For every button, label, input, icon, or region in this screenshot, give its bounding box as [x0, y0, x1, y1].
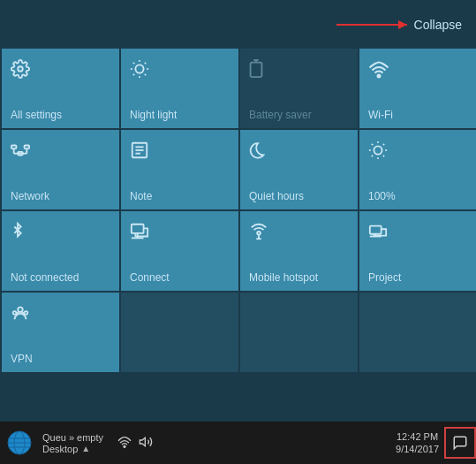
- battery-saver-label: Battery saver: [249, 109, 312, 121]
- network-icon: [11, 141, 30, 165]
- time-display: 12:42 PM: [397, 430, 438, 443]
- svg-line-29: [383, 156, 384, 156]
- svg-rect-40: [370, 226, 382, 234]
- notification-button[interactable]: [444, 427, 476, 459]
- taskbar-left: Queu » empty Desktop ▲: [0, 427, 390, 459]
- chevron-up-icon: ▲: [81, 444, 90, 453]
- wifi-tray-icon[interactable]: [117, 436, 132, 451]
- overflow-label: »: [69, 432, 74, 443]
- tile-brightness[interactable]: 100%: [359, 130, 476, 209]
- svg-line-32: [372, 156, 373, 156]
- network-label: Network: [11, 190, 49, 202]
- hotspot-icon: [249, 222, 268, 247]
- svg-point-25: [374, 146, 382, 154]
- night-light-label: Night light: [130, 109, 177, 121]
- taskbar: Queu » empty Desktop ▲: [0, 422, 476, 464]
- moon-icon: [249, 141, 267, 165]
- collapse-arrow-line: [336, 24, 407, 26]
- sun-icon: [130, 59, 149, 84]
- volume-tray-icon[interactable]: [139, 435, 153, 452]
- empty-label: empty: [77, 432, 103, 443]
- tile-all-settings[interactable]: All settings: [2, 49, 119, 128]
- tile-project[interactable]: Project: [359, 211, 476, 291]
- tile-quiet-hours[interactable]: Quiet hours: [240, 130, 358, 209]
- tile-empty-4: [359, 293, 476, 372]
- all-settings-label: All settings: [11, 109, 62, 121]
- svg-point-44: [13, 311, 17, 315]
- brightness-icon: [368, 141, 388, 165]
- system-tray: [110, 435, 160, 452]
- taskbar-desktop-row[interactable]: Desktop ▲: [42, 444, 103, 454]
- collapse-label: Collapse: [414, 18, 462, 32]
- wifi-icon: [368, 59, 389, 84]
- svg-point-0: [18, 66, 23, 72]
- bluetooth-label: Not connected: [11, 271, 79, 284]
- collapse-button[interactable]: Collapse: [336, 18, 462, 32]
- tile-bluetooth[interactable]: Not connected: [2, 211, 119, 291]
- vpn-label: VPN: [11, 353, 33, 365]
- svg-line-33: [383, 144, 384, 145]
- tile-mobile-hotspot[interactable]: Mobile hotspot: [240, 211, 358, 291]
- taskbar-clock[interactable]: 12:42 PM 9/14/2017: [390, 430, 444, 456]
- wifi-label: Wi-Fi: [368, 109, 393, 121]
- battery-icon: [249, 59, 263, 84]
- vpn-icon: [11, 303, 30, 328]
- svg-point-43: [18, 308, 23, 313]
- collapse-bar: Collapse: [0, 0, 476, 49]
- gear-icon: [11, 59, 30, 84]
- tile-connect[interactable]: Connect: [121, 211, 238, 291]
- tile-vpn[interactable]: VPN: [2, 293, 119, 372]
- tile-wifi[interactable]: Wi-Fi: [359, 49, 476, 128]
- connect-label: Connect: [130, 271, 170, 284]
- svg-rect-14: [11, 146, 16, 149]
- date-display: 9/14/2017: [396, 443, 439, 455]
- mobile-hotspot-label: Mobile hotspot: [249, 271, 318, 284]
- queue-label: Queu: [42, 432, 66, 443]
- tile-network[interactable]: Network: [2, 130, 119, 209]
- note-label: Note: [130, 190, 152, 202]
- svg-rect-15: [25, 146, 30, 149]
- project-icon: [368, 222, 388, 247]
- note-icon: [130, 141, 149, 165]
- svg-rect-34: [132, 224, 144, 233]
- svg-line-4: [133, 63, 134, 64]
- svg-point-13: [378, 75, 381, 78]
- svg-rect-10: [251, 63, 262, 78]
- svg-point-53: [124, 445, 125, 447]
- tile-battery-saver[interactable]: Battery saver: [240, 49, 358, 128]
- tile-note[interactable]: Note: [121, 130, 238, 209]
- svg-point-37: [257, 232, 261, 235]
- svg-line-5: [145, 74, 146, 75]
- taskbar-queue-row: Queu » empty: [42, 432, 103, 443]
- quick-actions-grid: All settings Night light: [0, 49, 476, 372]
- project-label: Project: [368, 271, 401, 284]
- svg-point-46: [25, 311, 28, 315]
- taskbar-text-group: Queu » empty Desktop ▲: [39, 432, 107, 454]
- svg-marker-54: [140, 437, 145, 445]
- svg-line-28: [372, 144, 373, 145]
- svg-point-1: [135, 65, 143, 72]
- bluetooth-icon: [11, 222, 25, 247]
- tile-empty-3: [240, 293, 358, 372]
- svg-line-9: [145, 63, 146, 64]
- desktop-label: Desktop: [42, 444, 78, 454]
- svg-line-8: [133, 74, 134, 75]
- quiet-hours-label: Quiet hours: [249, 190, 304, 202]
- tile-night-light[interactable]: Night light: [121, 49, 238, 128]
- connect-icon: [130, 222, 149, 247]
- tile-empty-2: [121, 293, 238, 372]
- brightness-label: 100%: [368, 190, 396, 202]
- globe-icon[interactable]: [4, 427, 35, 459]
